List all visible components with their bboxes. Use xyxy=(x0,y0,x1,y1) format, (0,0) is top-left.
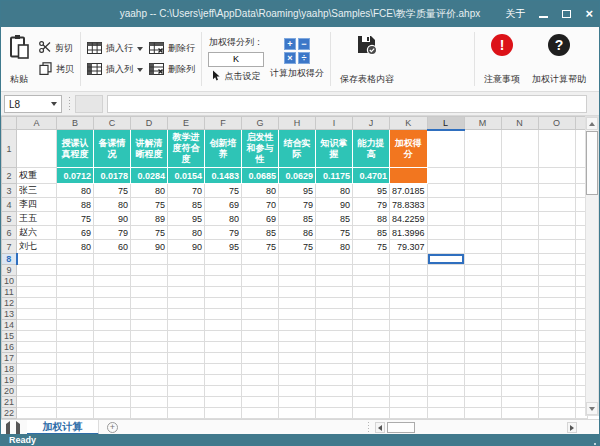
cell-M12[interactable] xyxy=(464,298,501,309)
cell-I11[interactable] xyxy=(316,287,353,298)
row-header-18[interactable]: 18 xyxy=(2,364,17,375)
maximize-icon[interactable] xyxy=(562,10,571,18)
cell-O19[interactable] xyxy=(538,375,575,386)
row-header-2[interactable]: 2 xyxy=(2,168,17,184)
chevron-down-icon[interactable] xyxy=(137,47,143,51)
cell-K12[interactable] xyxy=(390,298,428,309)
cell-L14[interactable] xyxy=(427,320,464,331)
column-header-H[interactable]: H xyxy=(279,117,316,130)
row-header-7[interactable]: 7 xyxy=(2,240,17,254)
cell-F17[interactable] xyxy=(205,353,242,364)
cell-J21[interactable] xyxy=(353,397,390,408)
column-header-D[interactable]: D xyxy=(131,117,168,130)
cell-I18[interactable] xyxy=(316,364,353,375)
cell-K16[interactable] xyxy=(390,342,428,353)
cell-K7[interactable]: 79.307 xyxy=(390,240,428,254)
cell-I9[interactable] xyxy=(316,265,353,276)
row-header-16[interactable]: 16 xyxy=(2,342,17,353)
cell-O17[interactable] xyxy=(538,353,575,364)
cell-N5[interactable] xyxy=(501,212,538,226)
cell-F11[interactable] xyxy=(205,287,242,298)
cell-A9[interactable] xyxy=(17,265,57,276)
row-header-9[interactable]: 9 xyxy=(2,265,17,276)
column-header-J[interactable]: J xyxy=(353,117,390,130)
cell-D11[interactable] xyxy=(131,287,168,298)
cell-D1[interactable]: 讲解清晰程度 xyxy=(131,130,168,168)
cell-K5[interactable]: 84.2259 xyxy=(390,212,428,226)
horizontal-scroll-thumb[interactable] xyxy=(387,422,415,433)
cell-E9[interactable] xyxy=(168,265,205,276)
cell-K3[interactable]: 87.0185 xyxy=(390,184,428,198)
cell-C20[interactable] xyxy=(94,386,131,397)
cell-D8[interactable] xyxy=(131,254,168,265)
cell-E11[interactable] xyxy=(168,287,205,298)
row-header-22[interactable]: 22 xyxy=(2,408,17,419)
column-header-M[interactable]: M xyxy=(464,117,501,130)
cell-N14[interactable] xyxy=(501,320,538,331)
cell-J17[interactable] xyxy=(353,353,390,364)
column-header-F[interactable]: F xyxy=(205,117,242,130)
column-header-L[interactable]: L xyxy=(427,117,464,130)
cell-F3[interactable]: 75 xyxy=(205,184,242,198)
cell-C4[interactable]: 80 xyxy=(94,198,131,212)
cell-A15[interactable] xyxy=(17,331,57,342)
cell-C10[interactable] xyxy=(94,276,131,287)
cell-O6[interactable] xyxy=(538,226,575,240)
cell-B6[interactable]: 69 xyxy=(57,226,94,240)
title-bar[interactable]: yaahp -- C:\Users\jeff\AppData\Roaming\y… xyxy=(1,1,599,27)
cell-E6[interactable]: 80 xyxy=(168,226,205,240)
add-sheet-icon[interactable]: + xyxy=(107,422,118,433)
row-header-1[interactable]: 1 xyxy=(2,130,17,168)
cell-N17[interactable] xyxy=(501,353,538,364)
cell-B18[interactable] xyxy=(57,364,94,375)
cell-M16[interactable] xyxy=(464,342,501,353)
cell-G2[interactable]: 0.0685 xyxy=(242,168,279,184)
cell-H22[interactable] xyxy=(279,408,316,419)
cell-C11[interactable] xyxy=(94,287,131,298)
cell-G16[interactable] xyxy=(242,342,279,353)
cell-A2[interactable]: 权重 xyxy=(17,168,57,184)
cell-J7[interactable]: 75 xyxy=(353,240,390,254)
cell-I10[interactable] xyxy=(316,276,353,287)
cell-G22[interactable] xyxy=(242,408,279,419)
cell-K18[interactable] xyxy=(390,364,428,375)
cell-K19[interactable] xyxy=(390,375,428,386)
row-header-12[interactable]: 12 xyxy=(2,298,17,309)
cell-G7[interactable]: 75 xyxy=(242,240,279,254)
cell-H19[interactable] xyxy=(279,375,316,386)
cell-I17[interactable] xyxy=(316,353,353,364)
row-header-3[interactable]: 3 xyxy=(2,184,17,198)
cell-H7[interactable]: 75 xyxy=(279,240,316,254)
cell-A6[interactable]: 赵六 xyxy=(17,226,57,240)
cell-J22[interactable] xyxy=(353,408,390,419)
cell-A19[interactable] xyxy=(17,375,57,386)
cell-F4[interactable]: 69 xyxy=(205,198,242,212)
save-table-button[interactable]: 保存表格内容 xyxy=(337,30,397,88)
insert-col-button[interactable]: 插入列 xyxy=(87,63,143,77)
cell-B1[interactable]: 授课认真程度 xyxy=(57,130,94,168)
cell-F18[interactable] xyxy=(205,364,242,375)
cell-L15[interactable] xyxy=(427,331,464,342)
cell-H9[interactable] xyxy=(279,265,316,276)
cell-K2[interactable] xyxy=(390,168,428,184)
cell-L13[interactable] xyxy=(427,309,464,320)
cell-K6[interactable]: 81.3996 xyxy=(390,226,428,240)
cell-L3[interactable] xyxy=(427,184,464,198)
cell-D19[interactable] xyxy=(131,375,168,386)
cell-B2[interactable]: 0.0712 xyxy=(57,168,94,184)
cell-C16[interactable] xyxy=(94,342,131,353)
cell-G13[interactable] xyxy=(242,309,279,320)
formula-function-button[interactable] xyxy=(75,95,103,113)
cell-N2[interactable] xyxy=(501,168,538,184)
cell-K21[interactable] xyxy=(390,397,428,408)
cell-E20[interactable] xyxy=(168,386,205,397)
cell-C17[interactable] xyxy=(94,353,131,364)
row-header-15[interactable]: 15 xyxy=(2,331,17,342)
cell-E2[interactable]: 0.0154 xyxy=(168,168,205,184)
cell-E16[interactable] xyxy=(168,342,205,353)
cell-H20[interactable] xyxy=(279,386,316,397)
cell-B3[interactable]: 80 xyxy=(57,184,94,198)
tab-weighted-calculation[interactable]: 加权计算 xyxy=(27,420,99,435)
row-header-6[interactable]: 6 xyxy=(2,226,17,240)
cell-L11[interactable] xyxy=(427,287,464,298)
